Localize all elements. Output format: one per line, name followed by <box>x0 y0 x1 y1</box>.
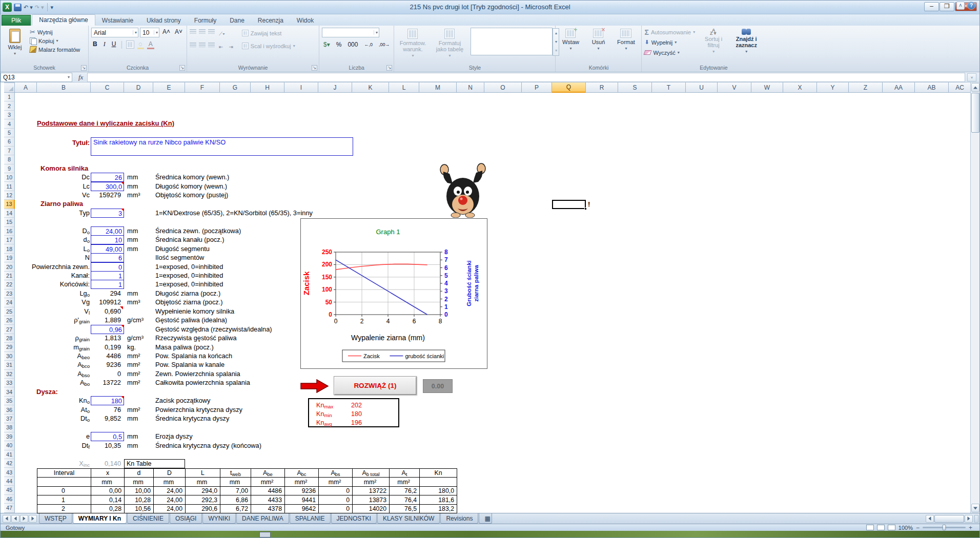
param-value-cell[interactable]: 159279 <box>91 191 122 200</box>
column-header[interactable]: G <box>220 82 251 93</box>
formula-input[interactable] <box>87 73 965 82</box>
mole-clipart-image[interactable] <box>436 162 489 218</box>
autosum-button[interactable]: ΣAutosumowanie ▾ <box>644 28 695 36</box>
param-value-cell[interactable]: 1,889 <box>91 316 122 325</box>
sheet-tab[interactable]: JEDNOSTKI <box>331 513 377 524</box>
column-header[interactable]: W <box>751 82 783 93</box>
kn-table-row[interactable]: 00,0010,0024,00294,07,004486923601372276… <box>37 486 457 495</box>
prev-sheet-icon[interactable] <box>11 515 19 523</box>
row-header[interactable]: 5 <box>4 129 15 137</box>
fill-button[interactable]: ⬇Wypełnij ▾ <box>644 38 695 47</box>
column-header[interactable]: P <box>522 82 552 93</box>
param-value-cell[interactable]: 1 <box>91 271 124 280</box>
param-value-cell[interactable]: 0 <box>91 369 122 379</box>
align-left-icon[interactable] <box>190 43 196 47</box>
merge-center-button[interactable]: Scal i wyśrodkuj ▾ <box>242 42 295 50</box>
column-header[interactable]: S <box>618 82 652 93</box>
column-header[interactable]: AC <box>949 82 971 93</box>
cut-button[interactable]: ✂Wytnij <box>30 28 80 36</box>
column-header[interactable]: D <box>124 82 153 93</box>
paste-button[interactable]: Wklej▾ <box>3 28 27 56</box>
param-value-cell[interactable]: 0 <box>91 262 124 272</box>
find-select-button[interactable]: Znajdź i zaznacz▾ <box>732 28 761 57</box>
scroll-up-icon[interactable] <box>971 83 979 92</box>
column-header[interactable]: U <box>686 82 718 93</box>
borders-icon[interactable] <box>126 40 134 49</box>
ribbon-tab[interactable]: Narzędzia główne <box>32 14 95 26</box>
expand-formula-bar-icon[interactable]: ˅ <box>967 73 976 81</box>
row-header[interactable]: 3 <box>4 111 15 119</box>
column-header[interactable]: Z <box>849 82 883 93</box>
name-box[interactable]: Q13▾ <box>1 73 72 82</box>
copy-button[interactable]: Kopiuj ▾ <box>30 36 80 45</box>
column-header[interactable]: AA <box>883 82 915 93</box>
page-break-view-icon[interactable] <box>888 525 895 530</box>
row-header[interactable]: 41 <box>4 450 15 459</box>
scroll-down-icon[interactable] <box>971 504 979 512</box>
minimize-button[interactable]: – <box>924 2 939 11</box>
ribbon-tab[interactable]: Formuły <box>188 15 223 26</box>
hscroll-left-icon[interactable] <box>926 515 934 523</box>
column-header[interactable]: X <box>783 82 817 93</box>
column-header[interactable]: L <box>389 82 419 93</box>
param-value-cell[interactable]: 3 <box>91 209 124 218</box>
sheet-tab[interactable]: WYNIKI <box>202 513 236 524</box>
format-painter-button[interactable]: Malarz formatów <box>30 45 80 54</box>
solve-button[interactable]: ROZWIĄŻ (1) <box>334 376 417 395</box>
param-value-cell[interactable]: 180 <box>91 396 124 405</box>
decrease-decimal-icon[interactable]: ,00→ <box>377 40 392 50</box>
align-middle-icon[interactable] <box>199 29 206 34</box>
param-value-cell[interactable]: 109912 <box>91 298 122 307</box>
column-header[interactable]: R <box>586 82 618 93</box>
column-header[interactable]: H <box>251 82 284 93</box>
row-header[interactable]: 2 <box>4 101 15 110</box>
align-top-icon[interactable] <box>190 29 196 34</box>
zoom-out-icon[interactable]: − <box>916 525 920 530</box>
sheet-tab[interactable]: WYMIARY I Kn <box>73 513 127 524</box>
row-header[interactable]: 34 <box>4 387 15 396</box>
row-header[interactable]: 13 <box>4 200 15 209</box>
font-color-icon[interactable]: A <box>147 40 154 49</box>
zoom-slider[interactable] <box>923 527 966 528</box>
cell-styles-gallery[interactable]: ▲▼≡ <box>471 28 553 55</box>
hscroll-right-icon[interactable] <box>965 515 973 523</box>
column-header[interactable]: V <box>718 82 751 93</box>
ribbon-tab[interactable]: Recenzja <box>251 15 290 26</box>
comma-style-icon[interactable]: 000 <box>346 40 359 50</box>
param-value-cell[interactable]: 13722 <box>91 378 122 387</box>
column-header[interactable]: I <box>284 82 318 93</box>
row-header[interactable]: 45 <box>4 486 15 494</box>
next-sheet-icon[interactable] <box>20 515 28 523</box>
conditional-formatting-button[interactable]: Formatow. warunk.▾ <box>397 28 428 58</box>
column-header[interactable]: C <box>91 82 124 93</box>
maximize-button[interactable]: ❒ <box>940 2 954 11</box>
sheet-tab[interactable]: DANE PALIWA <box>236 513 289 524</box>
help-icon[interactable]: ? <box>967 2 975 10</box>
column-header[interactable]: N <box>457 82 484 93</box>
page-layout-view-icon[interactable] <box>877 525 885 530</box>
param-value-cell[interactable]: 0,199 <box>91 343 122 352</box>
ribbon-tab[interactable]: Plik <box>2 15 31 26</box>
accounting-format-icon[interactable]: $▾ <box>322 40 332 50</box>
kn-table-row[interactable]: 20,2810,5624,00290,66,724378964201402076… <box>37 504 457 513</box>
dialog-launcher-icon[interactable]: ↘ <box>81 65 87 71</box>
sort-filter-button[interactable]: AZ▼ Sortuj i filtruj▾ <box>700 28 727 57</box>
zoom-level[interactable]: 100% <box>899 525 913 531</box>
row-header[interactable]: 38 <box>4 423 15 432</box>
param-value-cell[interactable]: 24,00 <box>91 226 124 236</box>
param-value-cell[interactable]: 0,5 <box>91 432 124 441</box>
horizontal-scrollbar[interactable] <box>925 513 979 524</box>
column-header[interactable]: K <box>352 82 389 93</box>
insert-worksheet-tab[interactable]: ▦ <box>479 513 492 524</box>
column-header[interactable]: J <box>318 82 352 93</box>
kn-table-row[interactable]: 10,1410,2824,00292,36,864433944101387376… <box>37 495 457 504</box>
param-value-cell[interactable]: 9,852 <box>91 414 122 423</box>
column-header[interactable]: T <box>652 82 686 93</box>
row-header[interactable]: 9 <box>4 164 15 173</box>
zoom-slider-thumb[interactable] <box>942 525 946 530</box>
decrease-indent-icon[interactable]: ⇤ <box>217 43 224 52</box>
first-sheet-icon[interactable] <box>3 515 11 523</box>
sheet-tab[interactable]: WSTĘP <box>39 513 72 524</box>
param-value-cell[interactable]: 6 <box>91 253 124 262</box>
minimize-ribbon-icon[interactable]: ˄ <box>956 2 965 10</box>
